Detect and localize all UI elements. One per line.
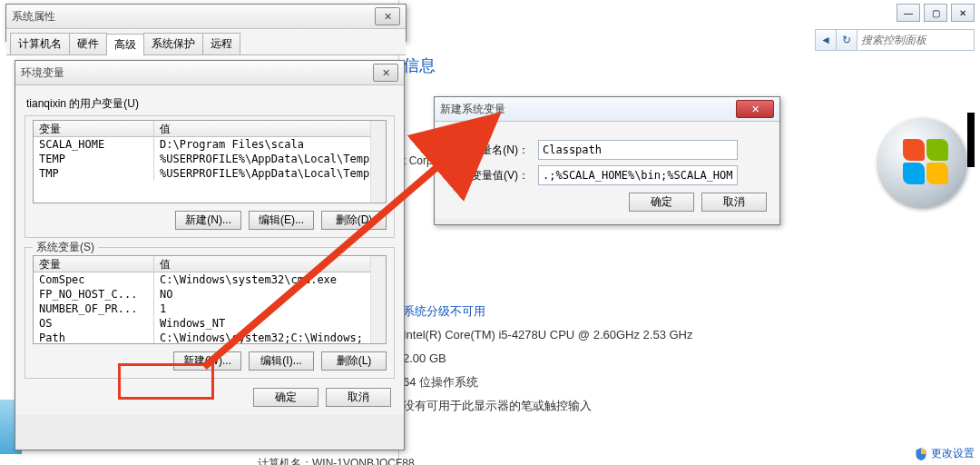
var-name-label: 变量名(N)： [447, 143, 538, 158]
close-icon[interactable]: ✕ [736, 100, 774, 118]
sys-vars-label: 系统变量(S) [33, 240, 98, 255]
sysprops-tabs: 计算机名 硬件 高级 系统保护 远程 [6, 29, 406, 55]
edit-user-button[interactable]: 编辑(E)... [249, 211, 314, 230]
page-heading: 信息 [403, 54, 436, 76]
list-item: FP_NO_HOST_C...NO [34, 287, 386, 302]
env-vars-dialog: 环境变量 ✕ tianqixin 的用户变量(U) 变量值 SCALA_HOME… [15, 60, 405, 450]
list-item: SCALA_HOMED:\Program Files\scala [34, 137, 386, 152]
pen-value: 没有可用于此显示器的笔或触控输入 [403, 394, 693, 418]
close-button[interactable]: ✕ [951, 4, 975, 22]
system-info-block: 系统分级不可用 Intel(R) Core(TM) i5-4278U CPU @… [403, 300, 693, 418]
ram-value: 2.00 GB [403, 347, 693, 371]
delete-user-button[interactable]: 删除(D) [321, 211, 387, 230]
minimize-button[interactable]: — [897, 4, 920, 22]
windows-logo [878, 118, 967, 207]
tab-protection[interactable]: 系统保护 [143, 33, 203, 54]
search-input[interactable] [858, 31, 974, 49]
tab-hardware[interactable]: 硬件 [69, 33, 107, 54]
ok-button[interactable]: 确定 [253, 388, 318, 407]
ok-button[interactable]: 确定 [629, 193, 694, 212]
cancel-button[interactable]: 取消 [701, 193, 767, 212]
decorative-bar [967, 113, 975, 167]
new-sys-button[interactable]: 新建(W)... [173, 351, 241, 371]
copyright-fragment: t Corp [403, 154, 433, 167]
env-title: 环境变量 [21, 65, 64, 81]
newvar-title: 新建系统变量 [440, 102, 505, 117]
list-item: TMP%USERPROFILE%\AppData\Local\Temp [34, 166, 386, 181]
env-titlebar: 环境变量 ✕ [15, 61, 404, 85]
change-settings-link[interactable]: 更改设置 [915, 446, 975, 461]
user-vars-list[interactable]: 变量值 SCALA_HOMED:\Program Files\scala TEM… [33, 120, 387, 203]
cpu-value: Intel(R) Core(TM) i5-4278U CPU @ 2.60GHz… [403, 323, 693, 347]
var-name-input[interactable] [538, 140, 738, 160]
system-properties-dialog: 系统属性 ✕ 计算机名 硬件 高级 系统保护 远程 [5, 4, 407, 42]
list-item: NUMBER_OF_PR...1 [34, 302, 386, 316]
close-icon[interactable]: ✕ [373, 64, 398, 82]
computer-name-row: 计算机名：WIN-1VONBJOCF88 [258, 456, 415, 465]
new-sysvar-dialog: 新建系统变量 ✕ 变量名(N)： 变量值(V)： 确定 取消 [434, 96, 780, 225]
maximize-button[interactable]: ▢ [924, 4, 947, 22]
delete-sys-button[interactable]: 删除(L) [321, 351, 387, 371]
list-item: ComSpecC:\Windows\system32\cmd.exe [34, 272, 386, 287]
sysprops-titlebar: 系统属性 ✕ [6, 5, 406, 29]
edit-sys-button[interactable]: 编辑(I)... [249, 351, 314, 371]
cancel-button[interactable]: 取消 [326, 388, 391, 407]
search-container: ◄ ↻ [815, 29, 975, 51]
user-vars-label: tianqixin 的用户变量(U) [26, 96, 395, 112]
tab-remote[interactable]: 远程 [202, 33, 240, 54]
tab-advanced[interactable]: 高级 [106, 34, 144, 55]
refresh-icon[interactable]: ↻ [837, 30, 858, 50]
list-item: OSWindows_NT [34, 316, 386, 331]
back-icon[interactable]: ◄ [816, 30, 837, 50]
scrollbar[interactable] [370, 256, 386, 343]
var-value-input[interactable] [538, 165, 738, 185]
arch-value: 64 位操作系统 [403, 371, 693, 394]
new-user-button[interactable]: 新建(N)... [175, 211, 241, 230]
close-icon[interactable]: ✕ [375, 7, 400, 25]
shield-icon [915, 448, 927, 460]
list-item: TEMP%USERPROFILE%\AppData\Local\Temp [34, 152, 386, 166]
var-value-label: 变量值(V)： [447, 168, 538, 183]
sysprops-title: 系统属性 [12, 9, 55, 25]
list-item: PathC:\Windows\system32;C:\Windows; [34, 331, 386, 344]
scrollbar[interactable] [370, 121, 386, 203]
rating-link[interactable]: 系统分级不可用 [403, 300, 693, 323]
sys-vars-list[interactable]: 变量值 ComSpecC:\Windows\system32\cmd.exe F… [33, 255, 387, 344]
tab-computer-name[interactable]: 计算机名 [10, 33, 70, 54]
